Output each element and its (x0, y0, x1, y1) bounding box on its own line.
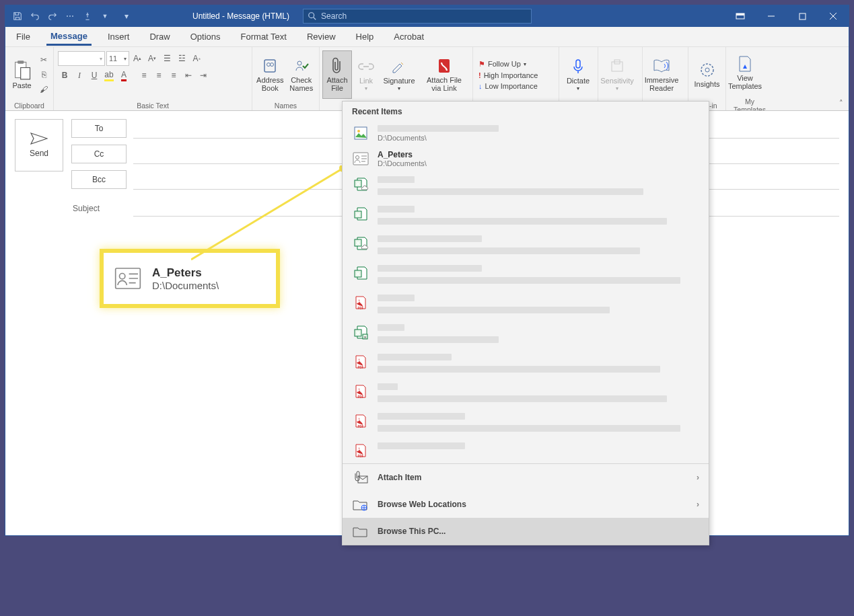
recent-item[interactable]: X (343, 260, 709, 290)
attach-file-dropdown: Recent Items D:\Documents\A_PetersD:\Doc… (342, 101, 709, 545)
cut-icon[interactable]: ✂ (37, 53, 50, 67)
mic-icon (569, 58, 587, 75)
dictate-button[interactable]: Dictate▾ (562, 50, 594, 99)
shrink-font-icon[interactable]: A▾ (145, 52, 159, 65)
folder-web-icon (352, 498, 368, 511)
browse-pc-menu[interactable]: Browse This PC... (343, 518, 709, 545)
grow-font-icon[interactable]: A▴ (131, 52, 144, 65)
more-icon[interactable]: ⋯ (63, 9, 77, 23)
tab-help[interactable]: Help (352, 29, 378, 44)
close-button[interactable] (818, 5, 849, 27)
recent-item[interactable]: X (343, 171, 709, 201)
svg-text:X: X (356, 240, 360, 246)
tab-options[interactable]: Options (186, 29, 225, 44)
image-icon (352, 124, 369, 142)
underline-button[interactable]: U (87, 69, 101, 82)
highlight-icon[interactable]: ab (102, 69, 116, 82)
search-box[interactable]: Search (303, 9, 532, 24)
svg-text:PDF: PDF (358, 425, 364, 428)
redo-icon[interactable] (46, 9, 59, 23)
svg-text:PDF: PDF (358, 455, 364, 458)
numbering-icon[interactable]: ☳ (175, 52, 188, 65)
qat-dropdown-icon[interactable]: ▼ (98, 9, 112, 23)
recent-item[interactable]: PDF (343, 438, 709, 463)
paste-button[interactable]: Paste (8, 50, 36, 99)
window-controls (725, 5, 849, 27)
link-icon (357, 58, 375, 75)
link-button[interactable]: Link▾ (353, 50, 379, 99)
bold-button[interactable]: B (58, 69, 71, 82)
tab-acrobat[interactable]: Acrobat (390, 29, 428, 44)
touch-icon[interactable] (81, 9, 94, 23)
vcard-icon (114, 267, 141, 290)
svg-text:PDF: PDF (358, 307, 364, 310)
tab-review[interactable]: Review (303, 29, 340, 44)
tab-message[interactable]: Message (46, 28, 92, 46)
qat-overflow-icon[interactable]: ▾ (120, 9, 133, 23)
format-painter-icon[interactable]: 🖌 (37, 83, 50, 96)
svg-point-10 (297, 61, 301, 65)
minimize-button[interactable] (756, 5, 787, 27)
maximize-button[interactable] (787, 5, 818, 27)
insights-button[interactable]: Insights (691, 50, 723, 99)
recent-item[interactable]: X (343, 201, 709, 231)
low-importance-button[interactable]: ↓Low Importance (478, 82, 538, 90)
styles-icon[interactable]: Aₐ (190, 52, 203, 65)
font-family-selector[interactable]: ▾ (58, 51, 105, 66)
svg-point-8 (267, 63, 271, 66)
recent-item[interactable]: X (343, 231, 709, 260)
recent-item[interactable]: D:\Documents\ (343, 120, 709, 146)
high-importance-button[interactable]: !High Importance (478, 71, 538, 79)
to-button[interactable]: To (71, 119, 127, 138)
subject-label: Subject (73, 204, 100, 213)
tab-insert[interactable]: Insert (104, 29, 134, 44)
window-title: Untitled - Message (HTML) (192, 11, 289, 21)
recent-item[interactable]: A_PetersD:\Documents\ (343, 146, 709, 171)
copy-icon[interactable]: ⎘ (37, 68, 50, 81)
recent-item[interactable]: PDF (343, 408, 709, 438)
align-right-icon[interactable]: ≡ (167, 69, 180, 82)
recent-item[interactable]: PDF (343, 290, 709, 319)
send-button[interactable]: Send (15, 119, 63, 171)
recent-item[interactable]: PDF (343, 379, 709, 408)
view-templates-button[interactable]: View Templates (729, 48, 761, 97)
tab-draw[interactable]: Draw (145, 29, 174, 44)
template-icon (736, 55, 754, 73)
immersive-reader-button[interactable]: Immersive Reader (645, 50, 678, 99)
svg-text:X: X (356, 330, 360, 336)
tab-file[interactable]: File (12, 29, 34, 44)
sensitivity-button[interactable]: Sensitivity▾ (601, 50, 633, 99)
high-importance-icon: ! (478, 71, 481, 79)
signature-button[interactable]: Signature▾ (380, 50, 418, 99)
attach-file-button[interactable]: Attach File (322, 50, 352, 99)
address-book-button[interactable]: Address Book (255, 50, 285, 99)
undo-icon[interactable] (28, 9, 42, 23)
align-center-icon[interactable]: ≡ (152, 69, 166, 82)
bullets-icon[interactable]: ☰ (160, 52, 174, 65)
ribbon-display-icon[interactable] (725, 5, 756, 27)
paste-icon (13, 60, 32, 80)
font-size-selector[interactable]: 11▾ (106, 51, 129, 66)
recent-item[interactable]: Xa (343, 319, 709, 349)
svg-text:PDF: PDF (358, 366, 364, 369)
check-names-button[interactable]: Check Names (287, 50, 317, 99)
bcc-button[interactable]: Bcc (71, 170, 127, 189)
signature-icon (390, 58, 408, 75)
save-icon[interactable] (11, 9, 24, 23)
tab-format-text[interactable]: Format Text (237, 29, 291, 44)
cc-button[interactable]: Cc (71, 145, 127, 163)
increase-indent-icon[interactable]: ⇥ (197, 69, 210, 82)
font-color-icon[interactable]: A (117, 69, 131, 82)
follow-up-button[interactable]: ⚑Follow Up▾ (478, 60, 538, 69)
decrease-indent-icon[interactable]: ⇤ (182, 69, 195, 82)
attach-via-link-button[interactable]: Attach File via Link (423, 50, 465, 99)
excel-a-icon: Xa (352, 323, 369, 341)
browse-web-menu[interactable]: Browse Web Locations › (343, 491, 709, 518)
italic-button[interactable]: I (73, 69, 86, 82)
recent-item[interactable]: PDF (343, 349, 709, 379)
align-left-icon[interactable]: ≡ (137, 69, 151, 82)
group-clipboard: Clipboard (8, 101, 50, 110)
collapse-ribbon-icon[interactable]: ˄ (839, 99, 843, 108)
attach-item-menu[interactable]: Attach Item › (343, 464, 709, 491)
svg-rect-13 (612, 62, 622, 71)
